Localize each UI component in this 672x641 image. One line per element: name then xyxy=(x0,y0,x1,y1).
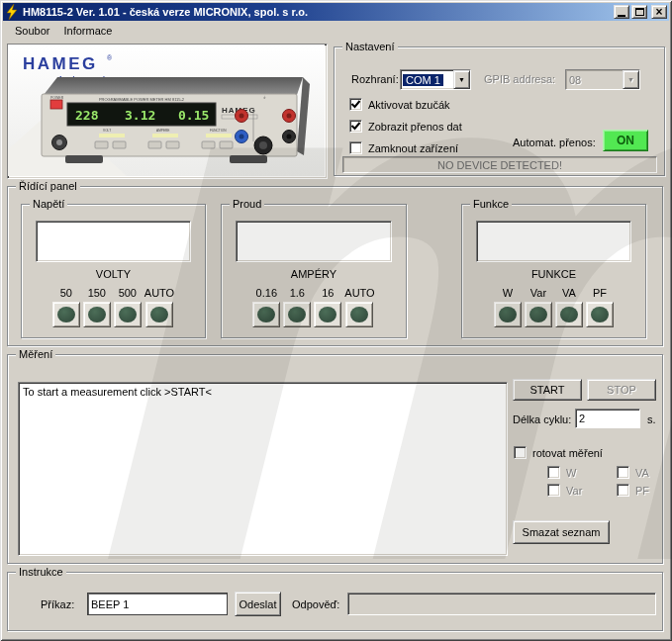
interface-combo[interactable]: COM 1 ▼ xyxy=(400,69,471,90)
current-range-16-button[interactable] xyxy=(283,302,311,327)
auto-transfer-toggle[interactable]: ON xyxy=(603,130,648,151)
lock-checkbox[interactable] xyxy=(349,141,362,154)
current-range-buttons: 0.16 1.6 16 AUTO xyxy=(222,287,406,327)
settings-group: Nastavení Rozhraní: COM 1 ▼ GPIB addresa… xyxy=(334,46,665,176)
function-label: Var xyxy=(530,287,546,299)
rotate-label: rotovat měření xyxy=(532,447,603,459)
device-status-bar: NO DEVICE DETECTED! xyxy=(342,156,657,173)
rotate-var-label: Var xyxy=(566,485,582,497)
rotate-var-row: Var xyxy=(547,484,582,497)
gpib-combo-arrow-icon: ▼ xyxy=(623,70,639,89)
function-va-button[interactable] xyxy=(555,302,583,327)
title-bar: HM8115-2 Ver. 1.01 - česká verze MICRONI… xyxy=(3,3,669,21)
start-button[interactable]: START xyxy=(513,379,582,401)
led-icon xyxy=(591,307,609,322)
rotate-pf-checkbox xyxy=(617,484,629,497)
maximize-icon xyxy=(635,8,644,16)
send-button[interactable]: Odeslat xyxy=(235,592,281,616)
app-lightning-icon xyxy=(5,4,19,20)
function-meter-display xyxy=(476,221,631,262)
hameg-logo-reg: ® xyxy=(107,54,113,61)
voltage-range-50-button[interactable] xyxy=(52,302,80,327)
check-icon xyxy=(350,121,361,132)
current-legend: Proud xyxy=(230,198,264,210)
response-field xyxy=(347,593,656,615)
voltage-range-auto-button[interactable] xyxy=(145,302,173,327)
svg-text:VOLT: VOLT xyxy=(103,129,111,133)
cycle-length-label: Délka cyklu: xyxy=(513,413,571,425)
led-icon xyxy=(288,307,306,322)
current-range-160-button[interactable] xyxy=(314,302,341,327)
app-window: HM8115-2 Ver. 1.01 - česká verze MICRONI… xyxy=(0,0,672,641)
maximize-button[interactable] xyxy=(631,5,647,19)
measurement-listbox[interactable]: To start a measurement click >START< xyxy=(18,382,508,556)
close-icon: × xyxy=(655,7,662,17)
voltage-legend: Napětí xyxy=(30,198,67,210)
svg-text:FUNCTION: FUNCTION xyxy=(210,129,227,133)
interface-label: Rozhraní: xyxy=(351,73,399,85)
function-pf-button[interactable] xyxy=(586,302,614,327)
function-buttons: W Var VA PF xyxy=(462,287,645,327)
current-range-auto-button[interactable] xyxy=(345,302,373,327)
control-panel-legend: Řídící panel xyxy=(16,180,80,192)
rotate-pf-row: PF xyxy=(617,484,649,497)
rotate-w-label: W xyxy=(566,467,576,479)
transfer-label: Zobrazit přenos dat xyxy=(368,121,462,133)
stop-button[interactable]: STOP xyxy=(587,379,656,401)
function-label: VA xyxy=(562,287,576,299)
function-var-button[interactable] xyxy=(525,302,552,327)
range-label: 16 xyxy=(322,287,334,299)
voltage-range-500-button[interactable] xyxy=(114,302,142,327)
lock-checkbox-row: Zamknout zařízení xyxy=(349,141,458,154)
rotate-checkbox[interactable] xyxy=(514,446,527,459)
cycle-length-input[interactable] xyxy=(575,409,640,428)
clear-list-button[interactable]: Smazat seznam xyxy=(513,520,610,544)
function-w-button[interactable] xyxy=(494,302,522,327)
display-value-volts: 228 xyxy=(75,108,99,123)
close-button[interactable]: × xyxy=(651,5,667,19)
auto-transfer-label: Automat. přenos: xyxy=(513,137,596,148)
rotate-pf-label: PF xyxy=(635,485,649,497)
minimize-icon xyxy=(618,15,625,17)
transfer-checkbox[interactable] xyxy=(349,120,362,133)
buzzer-checkbox-row: Aktivovat bzučák xyxy=(349,98,450,111)
measurement-legend: Měření xyxy=(16,348,55,360)
led-icon xyxy=(529,307,547,322)
buzzer-label: Aktivovat bzučák xyxy=(368,99,450,111)
settings-legend: Nastavení xyxy=(342,41,398,52)
buzzer-checkbox[interactable] xyxy=(349,98,362,111)
check-icon xyxy=(350,99,361,110)
function-label: PF xyxy=(593,287,607,299)
menu-informace[interactable]: Informace xyxy=(57,23,118,39)
range-label: 150 xyxy=(88,287,106,299)
gpib-combo: 08 ▼ xyxy=(565,69,640,90)
current-range-016-button[interactable] xyxy=(252,302,280,327)
command-input[interactable] xyxy=(87,593,228,615)
interface-combo-arrow-icon[interactable]: ▼ xyxy=(453,70,470,89)
svg-text:AMPERE: AMPERE xyxy=(156,129,169,133)
minimize-button[interactable] xyxy=(614,5,629,19)
function-group: Funkce FUNKCE W Var VA PF xyxy=(461,204,646,338)
range-label: AUTO xyxy=(344,287,374,299)
lock-label: Zamknout zařízení xyxy=(368,142,458,154)
rotate-va-label: VA xyxy=(635,467,649,479)
led-icon xyxy=(499,307,517,322)
display-value-watts: 0.15 xyxy=(178,108,209,123)
range-label: AUTO xyxy=(144,287,174,299)
instrument-illustration: HAMEG ® Instruments POWER PROGRAMMABLE P… xyxy=(8,45,325,176)
led-icon xyxy=(150,307,168,322)
interface-combo-value: COM 1 xyxy=(403,74,443,86)
voltage-group: Napětí VOLTY 50 150 500 AUTO xyxy=(21,204,206,338)
svg-text:POWER: POWER xyxy=(50,96,64,100)
hameg-logo-text: HAMEG xyxy=(23,54,98,73)
function-legend: Funkce xyxy=(470,198,512,210)
menu-soubor[interactable]: Soubor xyxy=(9,23,55,39)
instructions-group: Instrukce Příkaz: Odeslat Odpověď: xyxy=(7,572,663,631)
instructions-legend: Instrukce xyxy=(16,566,66,578)
current-meter-label: AMPÉRY xyxy=(222,268,406,280)
led-icon xyxy=(319,307,336,322)
led-icon xyxy=(350,307,368,322)
voltage-range-150-button[interactable] xyxy=(83,302,111,327)
menu-bar: Soubor Informace xyxy=(3,21,669,40)
led-icon xyxy=(560,307,578,322)
